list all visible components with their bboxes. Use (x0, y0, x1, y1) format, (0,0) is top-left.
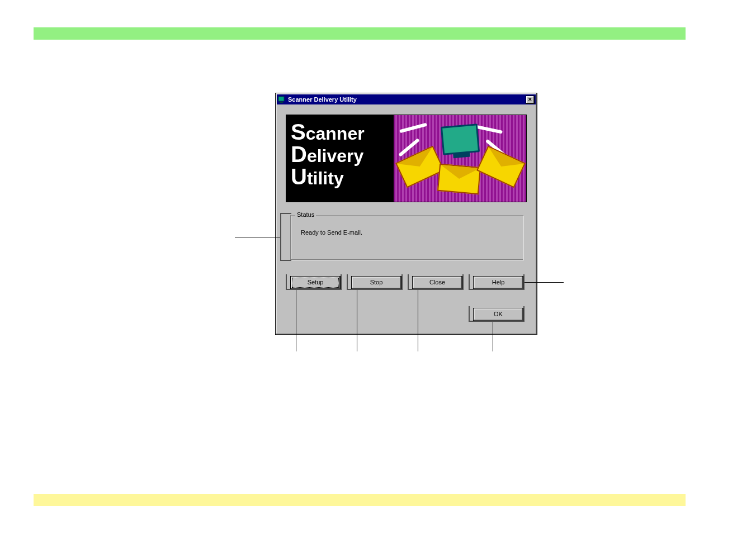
banner-line3: tility (307, 168, 344, 188)
banner-line3-initial: U (291, 164, 307, 189)
product-banner: Scanner Delivery Utility (286, 115, 527, 202)
banner-line1-initial: S (291, 120, 306, 144)
status-legend: Status (295, 211, 316, 218)
envelope-icon (476, 146, 526, 188)
callout-status-line (235, 237, 280, 237)
close-icon[interactable]: ✕ (526, 96, 535, 104)
callout-stop-line (357, 290, 357, 351)
callout-status-box (280, 213, 291, 261)
app-icon (278, 96, 286, 103)
status-groupbox: Status Ready to Send E-mail. (290, 215, 523, 260)
banner-line2: elivery (307, 146, 363, 166)
callout-stop-box (347, 274, 403, 290)
page-footer-bar (34, 494, 686, 506)
callout-help-line (525, 282, 564, 283)
callout-help-box (469, 274, 525, 290)
monitor-icon (440, 123, 479, 155)
callout-setup-line (296, 290, 296, 351)
page-header-bar (34, 27, 686, 40)
banner-text: Scanner Delivery Utility (286, 115, 394, 202)
banner-line2-initial: D (291, 142, 307, 166)
svg-rect-1 (280, 102, 283, 103)
callout-close-box (408, 274, 464, 290)
status-message: Ready to Send E-mail. (301, 229, 362, 236)
callout-close-line (418, 290, 418, 351)
envelope-icon (437, 164, 481, 194)
banner-graphic (394, 115, 526, 202)
callout-setup-box (286, 274, 342, 290)
banner-line1: canner (306, 123, 365, 144)
window-title: Scanner Delivery Utility (288, 96, 526, 103)
scanner-delivery-dialog: Scanner Delivery Utility ✕ Scanner Deliv… (275, 93, 537, 335)
svg-rect-0 (278, 97, 284, 101)
callout-ok-box (469, 306, 525, 322)
callout-ok-line (493, 322, 493, 351)
titlebar: Scanner Delivery Utility ✕ (277, 94, 536, 104)
